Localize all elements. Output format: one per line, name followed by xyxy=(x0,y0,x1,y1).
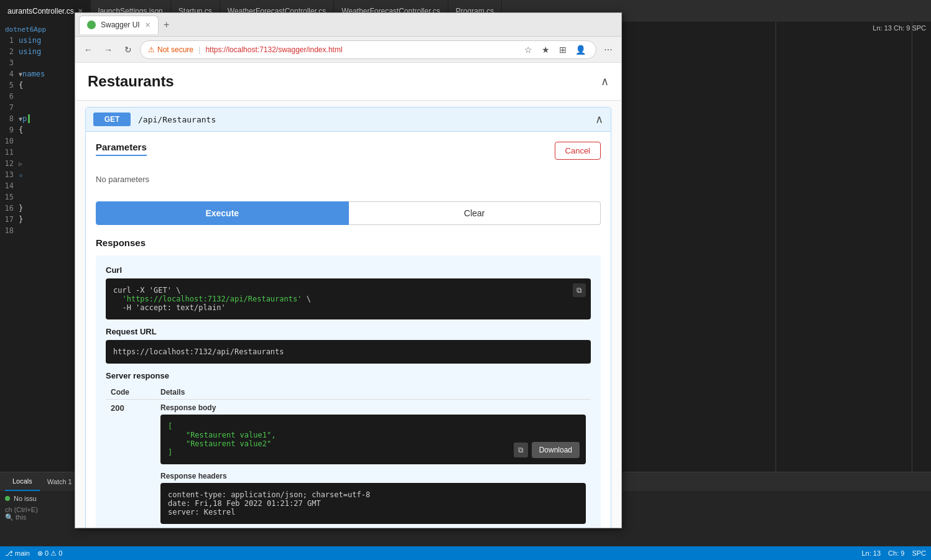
favorite-icon-btn[interactable]: ★ xyxy=(537,42,554,58)
endpoint-body: Parameters Cancel No parameters Execute … xyxy=(86,132,611,528)
status-errors: ⊗ 0 ⚠ 0 xyxy=(37,549,62,558)
no-parameters-text: No parameters xyxy=(96,170,601,194)
warning-text: Not secure xyxy=(157,45,193,54)
curl-code-block: curl -X 'GET' \ 'https://localhost:7132/… xyxy=(106,278,591,319)
browser-tab-strip: Swagger UI ✕ + xyxy=(75,13,621,37)
cancel-button[interactable]: Cancel xyxy=(555,142,601,160)
editor-line-14: 14 xyxy=(0,180,75,191)
issues-text: No issu xyxy=(14,495,37,502)
editor-line-12: 12 ▷ xyxy=(0,158,75,169)
response-table: Code Details 200 Response body xyxy=(106,385,591,528)
security-warning: ⚠ Not secure xyxy=(148,45,193,54)
curl-copy-button[interactable]: ⧉ xyxy=(573,283,586,297)
editor-line-10: 10 xyxy=(0,135,75,147)
collapse-restaurants-button[interactable]: ∧ xyxy=(601,75,609,88)
address-bar[interactable]: ⚠ Not secure | https://localhost:7132/sw… xyxy=(140,40,596,59)
warning-icon: ⚠ xyxy=(148,45,155,54)
code-editor: dotnet6App 1 using 2 using 3 4 ▼names 5 … xyxy=(0,22,75,473)
editor-line-2: 2 using xyxy=(0,46,75,57)
editor-line-6: 6 xyxy=(0,91,75,102)
clear-button[interactable]: Clear xyxy=(349,201,601,225)
restaurants-title: Restaurants xyxy=(88,73,174,90)
address-separator: | xyxy=(198,45,200,54)
editor-line-13: 13 ⬦ xyxy=(0,169,75,180)
collection-icon-btn[interactable]: ⊞ xyxy=(555,42,571,58)
details-header: Details xyxy=(155,385,591,400)
forward-button[interactable]: → xyxy=(100,42,116,58)
status-spc: SPC xyxy=(912,549,926,557)
endpoint-path: /api/Restaurants xyxy=(138,115,216,124)
parameters-title-container: Parameters xyxy=(96,142,147,156)
tab-close-icon[interactable]: ✕ xyxy=(145,21,151,29)
response-headers-label: Response headers xyxy=(160,472,586,480)
endpoint-collapse-button[interactable]: ∧ xyxy=(595,112,603,126)
ch-status: Ch: 9 xyxy=(894,24,910,32)
responses-section: Responses Curl curl -X 'GET' \ 'https://… xyxy=(96,237,601,528)
star-icon-btn[interactable]: ☆ xyxy=(520,42,536,58)
status-branch: ⎇ main xyxy=(5,549,30,558)
server-response-label: Server response xyxy=(106,371,591,380)
response-headers-block: content-type: application/json; charset=… xyxy=(160,483,586,524)
editor-line-16: 16 } xyxy=(0,203,75,214)
status-ch: Ch: 9 xyxy=(888,549,904,557)
response-details: Response body [ "Restaurent value1", "Re… xyxy=(155,400,591,528)
parameters-title: Parameters xyxy=(96,142,147,156)
back-button[interactable]: ← xyxy=(80,42,96,58)
status-bar: ⎇ main ⊗ 0 ⚠ 0 Ln: 13 Ch: 9 SPC xyxy=(0,546,931,560)
request-url-label: Request URL xyxy=(106,327,591,336)
parameters-section: Parameters Cancel xyxy=(96,142,601,160)
table-row-200: 200 Response body [ "Restaurent value1",… xyxy=(106,400,591,528)
editor-line-7: 7 xyxy=(0,102,75,113)
response-body-label: Response body xyxy=(160,403,586,412)
endpoint-block: GET /api/Restaurants ∧ Parameters Cancel… xyxy=(85,107,611,528)
editor-line-11: 11 xyxy=(0,147,75,158)
editor-line-15: 15 xyxy=(0,191,75,203)
browser-window: Swagger UI ✕ + ← → ↻ ⚠ Not secure | http… xyxy=(75,12,622,528)
vscode-right-panel: Ln: 13 Ch: 9 SPC xyxy=(776,22,931,473)
bottom-tab-watch[interactable]: Watch 1 xyxy=(40,472,80,491)
method-badge: GET xyxy=(93,112,131,126)
endpoint-header[interactable]: GET /api/Restaurants ∧ xyxy=(86,108,611,132)
responses-background: Curl curl -X 'GET' \ 'https://localhost:… xyxy=(96,255,601,528)
profile-icon-btn[interactable]: 👤 xyxy=(572,42,588,58)
restaurants-section-header: Restaurants ∧ xyxy=(75,63,621,101)
execute-button[interactable]: Execute xyxy=(96,201,349,225)
url-display: https://localhost:7132/swagger/index.htm… xyxy=(205,45,342,54)
response-copy-button[interactable]: ⧉ xyxy=(514,443,528,457)
refresh-button[interactable]: ↻ xyxy=(120,42,136,58)
request-url-value: https://localhost:7132/api/Restaurants xyxy=(106,340,591,364)
download-button[interactable]: Download xyxy=(532,442,580,458)
response-code: 200 xyxy=(106,400,155,528)
responses-title: Responses xyxy=(96,237,601,248)
minimap-ruler xyxy=(912,22,912,473)
project-name: dotnet6App xyxy=(0,24,75,35)
curl-code-text: curl -X 'GET' \ 'https://localhost:7132/… xyxy=(113,286,583,312)
new-tab-button[interactable]: + xyxy=(159,17,175,33)
ln-status: Ln: 13 xyxy=(873,24,892,32)
curl-label: Curl xyxy=(106,265,591,275)
editor-line-4: 4 ▼names xyxy=(0,68,75,80)
status-dot-icon xyxy=(5,496,10,501)
editor-line-1: 1 using xyxy=(0,35,75,46)
status-ln: Ln: 13 xyxy=(861,549,881,557)
tab-label: aurantsController.cs xyxy=(7,7,74,16)
curl-url: 'https://localhost:7132/api/Restaurants' xyxy=(122,295,302,303)
more-options-button[interactable]: ··· xyxy=(600,42,616,58)
swagger-content[interactable]: Restaurants ∧ GET /api/Restaurants ∧ Par… xyxy=(75,63,621,528)
editor-line-5: 5 { xyxy=(0,80,75,91)
editor-line-3: 3 xyxy=(0,57,75,68)
tab-title: Swagger UI xyxy=(101,21,140,29)
address-bar-row: ← → ↻ ⚠ Not secure | https://localhost:7… xyxy=(75,37,621,63)
response-body-block: [ "Restaurent value1", "Restaurent value… xyxy=(160,415,586,464)
bottom-tab-locals[interactable]: Locals xyxy=(5,472,40,491)
browser-tab-swagger[interactable]: Swagger UI ✕ xyxy=(79,16,159,34)
editor-line-17: 17 } xyxy=(0,214,75,225)
execute-clear-row: Execute Clear xyxy=(96,201,601,225)
spc-status: SPC xyxy=(912,24,926,32)
swagger-container: Restaurants ∧ GET /api/Restaurants ∧ Par… xyxy=(75,63,621,528)
code-header: Code xyxy=(106,385,155,400)
editor-line-9: 9 { xyxy=(0,124,75,135)
editor-line-18: 18 xyxy=(0,225,75,236)
response-headers-text: content-type: application/json; charset=… xyxy=(168,490,578,516)
swagger-favicon xyxy=(87,21,96,29)
